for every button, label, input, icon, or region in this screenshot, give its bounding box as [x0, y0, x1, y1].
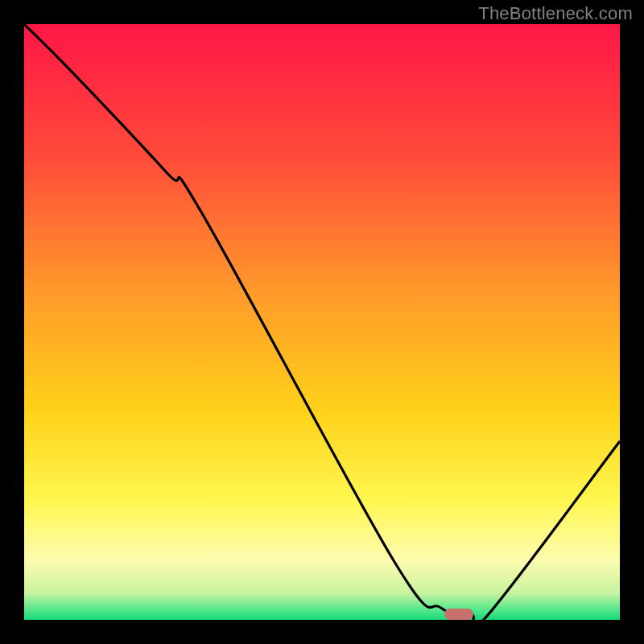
gradient-background — [24, 24, 620, 620]
watermark-text: TheBottleneck.com — [478, 3, 633, 24]
gradient-chart — [24, 24, 620, 620]
chart-frame: TheBottleneck.com — [0, 0, 644, 644]
plot-area — [24, 24, 620, 620]
optimal-marker — [444, 609, 473, 620]
